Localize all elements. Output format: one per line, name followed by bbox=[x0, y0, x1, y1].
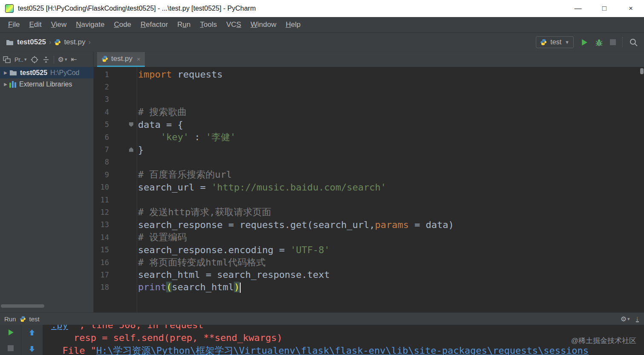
search-everywhere-icon[interactable] bbox=[629, 38, 638, 47]
expand-arrow-icon[interactable]: ▶ bbox=[2, 70, 9, 75]
project-panel-title[interactable]: Pr..▾ bbox=[14, 56, 27, 63]
code-line[interactable]: 5data = { bbox=[94, 118, 644, 131]
collapse-all-icon[interactable] bbox=[42, 56, 50, 63]
code-line[interactable]: 13search_response = requests.get(search_… bbox=[94, 219, 644, 231]
menu-vcs[interactable]: VCS bbox=[221, 20, 246, 29]
line-number[interactable]: 10 bbox=[94, 183, 109, 191]
line-number[interactable]: 12 bbox=[94, 208, 109, 216]
code-line[interactable]: 6 'key' : '李健' bbox=[94, 131, 644, 143]
tab-close-icon[interactable]: × bbox=[137, 55, 141, 63]
expand-arrow-icon[interactable]: ▶ bbox=[2, 82, 9, 87]
code-segment: # 搜索歌曲 bbox=[138, 107, 187, 117]
menu-file[interactable]: File bbox=[3, 20, 24, 29]
close-button[interactable]: × bbox=[618, 0, 644, 17]
gutter-fold-column bbox=[109, 156, 136, 168]
line-number[interactable]: 7 bbox=[94, 145, 109, 154]
line-number[interactable]: 15 bbox=[94, 245, 109, 254]
console-text: File " bbox=[51, 345, 96, 355]
rerun-button[interactable] bbox=[7, 329, 14, 336]
menu-refactor[interactable]: Refactor bbox=[136, 20, 172, 29]
text-caret bbox=[240, 283, 241, 293]
run-configuration-select[interactable]: test ▼ bbox=[536, 36, 574, 48]
horizontal-scrollbar-thumb[interactable] bbox=[1, 304, 44, 308]
code-line[interactable]: 7} bbox=[94, 143, 644, 156]
code-line[interactable]: 16# 将页面转变成html代码格式 bbox=[94, 256, 644, 268]
gutter-fold-column bbox=[109, 193, 136, 206]
console-output[interactable]: .py" , line 508, in request resp = self.… bbox=[43, 325, 644, 355]
line-number[interactable]: 8 bbox=[94, 158, 109, 166]
locate-file-icon[interactable] bbox=[31, 56, 38, 63]
menu-tools[interactable]: Tools bbox=[196, 20, 222, 29]
code-line[interactable]: 3 bbox=[94, 93, 644, 106]
line-number[interactable]: 5 bbox=[94, 120, 109, 129]
run-config-label[interactable]: test bbox=[29, 315, 40, 323]
code-line[interactable]: 17search_html = search_response.text bbox=[94, 268, 644, 281]
debug-button[interactable] bbox=[595, 38, 604, 47]
line-number[interactable]: 9 bbox=[94, 170, 109, 179]
code-line[interactable]: 9# 百度音乐搜索的url bbox=[94, 168, 644, 181]
code-line[interactable]: 4# 搜索歌曲 bbox=[94, 106, 644, 118]
line-number[interactable]: 2 bbox=[94, 83, 109, 91]
python-file-icon bbox=[54, 39, 61, 46]
project-tree-external-libraries[interactable]: ▶ External Libraries bbox=[0, 78, 93, 90]
tab-test-py[interactable]: test.py × bbox=[97, 52, 145, 67]
gutter-fold-column bbox=[109, 81, 136, 93]
stacktrace-link[interactable]: .py bbox=[51, 325, 68, 330]
line-number[interactable]: 3 bbox=[94, 95, 109, 104]
toolbar-separator bbox=[54, 56, 54, 63]
fold-marker-icon[interactable] bbox=[129, 122, 133, 127]
project-tool-window-icon[interactable] bbox=[3, 56, 11, 63]
project-tree-root[interactable]: ▶ test0525 H:\PyCod bbox=[0, 67, 93, 78]
code-line[interactable]: 14# 设置编码 bbox=[94, 231, 644, 243]
code-line[interactable]: 10search_url = 'http://music.baidu.com/s… bbox=[94, 181, 644, 193]
code-editor[interactable]: 1import requests234# 搜索歌曲5data = {6 'key… bbox=[94, 67, 644, 312]
code-line[interactable]: 12# 发送http请求,获取请求页面 bbox=[94, 206, 644, 218]
line-number[interactable]: 16 bbox=[94, 258, 109, 267]
menu-code[interactable]: Code bbox=[109, 20, 136, 29]
run-tab-label[interactable]: Run bbox=[4, 315, 16, 323]
line-number[interactable]: 11 bbox=[94, 196, 109, 204]
line-number[interactable]: 6 bbox=[94, 133, 109, 141]
maximize-button[interactable]: □ bbox=[591, 0, 618, 17]
editor-vertical-scrollbar-thumb[interactable] bbox=[640, 68, 644, 74]
code-line[interactable]: 11 bbox=[94, 193, 644, 206]
line-number[interactable]: 1 bbox=[94, 70, 109, 79]
run-button[interactable] bbox=[580, 38, 588, 46]
code-text: search_html = search_response.text bbox=[136, 269, 330, 280]
line-number[interactable]: 18 bbox=[94, 283, 109, 292]
breadcrumb-file[interactable]: test.py bbox=[64, 38, 85, 46]
minimize-button[interactable]: — bbox=[565, 0, 591, 17]
scroll-to-end-icon[interactable]: ↓ bbox=[636, 315, 639, 322]
menu-view[interactable]: View bbox=[46, 20, 72, 29]
menu-edit[interactable]: Edit bbox=[24, 20, 46, 29]
breadcrumb-project[interactable]: test0525 bbox=[17, 38, 46, 46]
stacktrace-link[interactable]: H:\学习资源\Python\框架学习\Virtualenv\flask\fla… bbox=[96, 345, 589, 355]
title-bar: test0525 [H:\PyCoding\FlaskCoding\test05… bbox=[0, 0, 644, 17]
line-number[interactable]: 17 bbox=[94, 271, 109, 279]
code-segment: # 发送http请求,获取请求页面 bbox=[138, 207, 271, 217]
code-line[interactable]: 2 bbox=[94, 81, 644, 93]
project-settings-gear-icon[interactable]: ⚙▾ bbox=[58, 55, 67, 63]
stop-button[interactable] bbox=[610, 39, 616, 45]
menu-window[interactable]: Window bbox=[246, 20, 281, 29]
menu-help[interactable]: Help bbox=[281, 20, 305, 29]
code-line[interactable]: 1import requests bbox=[94, 68, 644, 81]
menu-navigate[interactable]: Navigate bbox=[71, 20, 109, 29]
fold-marker-icon[interactable] bbox=[129, 147, 133, 152]
up-stack-trace-icon[interactable] bbox=[28, 329, 36, 336]
code-line[interactable]: 18print(search_html) bbox=[94, 281, 644, 294]
line-number[interactable]: 14 bbox=[94, 233, 109, 242]
hide-panel-icon[interactable]: ⇤ bbox=[71, 55, 77, 64]
line-number[interactable]: 4 bbox=[94, 108, 109, 116]
code-segment: print bbox=[138, 282, 166, 292]
gutter-fold-column bbox=[109, 106, 136, 118]
code-text: } bbox=[136, 144, 144, 155]
code-line[interactable]: 15search_response.encoding = 'UTF-8' bbox=[94, 243, 644, 256]
menu-run[interactable]: Run bbox=[172, 20, 195, 29]
stop-button[interactable] bbox=[8, 345, 14, 351]
run-settings-gear-icon[interactable]: ⚙▾ bbox=[621, 315, 630, 323]
down-stack-trace-icon[interactable] bbox=[28, 345, 36, 353]
editor-area: test.py × 1import requests234# 搜索歌曲5data… bbox=[94, 52, 644, 312]
code-line[interactable]: 8 bbox=[94, 156, 644, 168]
line-number[interactable]: 13 bbox=[94, 220, 109, 229]
